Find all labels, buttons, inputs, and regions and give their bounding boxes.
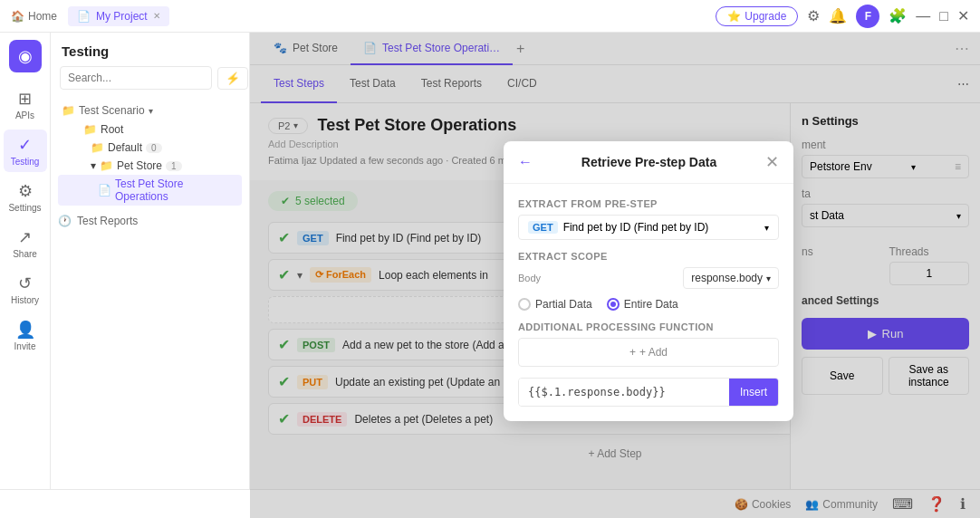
- search-input[interactable]: [60, 66, 212, 90]
- tree-node-root[interactable]: 📁 Root: [58, 120, 242, 139]
- modal-retrieve-prestep: ← Retrieve Pre-step Data ✕ Extract from …: [504, 141, 793, 421]
- history-icon: ↺: [18, 273, 32, 293]
- tree-section: 📁 Test Scenario ▾ 📁 Root 📁 Default 0 ▾ 📁…: [51, 97, 249, 209]
- chevron-icon: ▾: [91, 159, 96, 172]
- scope-path-text: response.body: [691, 272, 763, 284]
- folder-icon: 📁: [100, 159, 113, 172]
- left-sidebar: Testing ⚡ + 📁 Test Scenario ▾ 📁 Root 📁 D…: [51, 33, 250, 518]
- sidebar-title: Testing: [51, 33, 249, 66]
- main-layout: ◉ ⊞ APIs ✓ Testing ⚙ Settings ↗ Share ↺ …: [0, 33, 980, 518]
- upgrade-icon: ⭐: [727, 10, 741, 23]
- tree-header[interactable]: 📁 Test Scenario ▾: [58, 101, 242, 120]
- avatar-letter: F: [865, 10, 871, 23]
- share-label: Share: [13, 249, 37, 259]
- scope-path[interactable]: response.body ▾: [683, 267, 779, 289]
- node-badge: 1: [166, 161, 182, 171]
- sidebar-item-testing[interactable]: ✓ Testing: [4, 130, 47, 172]
- maximize-icon[interactable]: □: [939, 8, 948, 24]
- chevron-down-icon: ▾: [766, 273, 771, 283]
- folder-icon: 📁: [62, 104, 75, 117]
- project-icon: 📄: [77, 10, 91, 23]
- extract-from-select[interactable]: GET Find pet by ID (Find pet by ID) ▾: [518, 215, 779, 240]
- folder-icon: 📁: [91, 141, 104, 154]
- tree-node-default[interactable]: 📁 Default 0: [58, 139, 242, 157]
- scope-left: Body: [518, 273, 541, 283]
- modal-expression-input[interactable]: [519, 379, 722, 406]
- invite-label: Invite: [14, 341, 36, 351]
- modal-body: Extract from pre-step GET Find pet by ID…: [504, 184, 793, 421]
- function-area: + + Add: [518, 338, 779, 367]
- settings-sidebar-icon: ⚙: [18, 181, 33, 201]
- extract-from-label: Extract from pre-step: [518, 198, 779, 209]
- node-label: Pet Store: [117, 159, 162, 172]
- sidebar-item-invite[interactable]: 👤 Invite: [4, 314, 47, 357]
- folder-icon: 📁: [83, 123, 97, 136]
- radio-dot: [610, 302, 616, 307]
- modal-back-button[interactable]: ←: [518, 154, 533, 170]
- modal-close-button[interactable]: ✕: [765, 152, 779, 172]
- chevron-down-icon: ▾: [149, 106, 153, 116]
- node-label: Default: [108, 141, 142, 154]
- share-icon: ↗: [18, 227, 32, 247]
- apis-label: APIs: [15, 110, 34, 120]
- insert-label: Insert: [740, 386, 767, 398]
- history-label: History: [11, 295, 39, 305]
- app-logo: ◉: [9, 40, 42, 72]
- tree-node-test-pet-store[interactable]: 📄 Test Pet Store Operations: [58, 175, 242, 206]
- radio-circle-entire: [607, 298, 620, 311]
- add-function-button[interactable]: + + Add: [526, 346, 771, 359]
- scope-label: Extract Scope: [518, 251, 779, 262]
- radio-circle-partial: [518, 298, 531, 311]
- plus-icon: +: [629, 346, 636, 359]
- extract-value-text: Find pet by ID (Find pet by ID): [563, 221, 709, 234]
- radio-group: Partial Data Entire Data: [518, 298, 779, 311]
- node-label: Root: [101, 123, 123, 136]
- test-reports-label: Test Reports: [77, 215, 138, 227]
- close-icon[interactable]: ✕: [957, 7, 969, 24]
- upgrade-label: Upgrade: [745, 10, 786, 23]
- filter-button[interactable]: ⚡: [217, 67, 248, 90]
- clock-icon: 🕐: [58, 215, 72, 227]
- invite-icon: 👤: [15, 320, 35, 340]
- testing-label: Testing: [11, 157, 40, 167]
- entire-data-radio[interactable]: Entire Data: [607, 298, 678, 311]
- home-label: Home: [28, 10, 57, 23]
- settings-icon[interactable]: ⚙: [807, 7, 820, 24]
- partial-data-radio[interactable]: Partial Data: [518, 298, 592, 311]
- input-row: Insert: [518, 378, 779, 407]
- scenario-label: Test Scenario: [79, 104, 145, 117]
- file-icon: 📄: [98, 184, 111, 197]
- modal-header: ← Retrieve Pre-step Data ✕: [504, 141, 793, 184]
- top-bar-right: ⭐ Upgrade ⚙ 🔔 F 🧩 — □ ✕: [716, 5, 969, 28]
- top-bar-left: 🏠 Home 📄 My Project ✕: [11, 6, 169, 26]
- logo-icon: ◉: [18, 46, 33, 66]
- insert-button[interactable]: Insert: [729, 379, 778, 406]
- apis-icon: ⊞: [18, 89, 32, 109]
- tree-node-petstore[interactable]: ▾ 📁 Pet Store 1: [58, 157, 242, 175]
- sidebar-item-share[interactable]: ↗ Share: [4, 222, 47, 264]
- extract-select-inner: GET Find pet by ID (Find pet by ID): [528, 221, 708, 234]
- project-tab-label: My Project: [96, 10, 148, 23]
- home-icon: 🏠: [11, 10, 24, 23]
- sidebar-item-history[interactable]: ↺ History: [4, 268, 47, 311]
- project-tab[interactable]: 📄 My Project ✕: [68, 6, 169, 26]
- modal-overlay: ← Retrieve Pre-step Data ✕ Extract from …: [250, 33, 980, 518]
- puzzle-icon[interactable]: 🧩: [889, 7, 907, 24]
- minimize-icon[interactable]: —: [916, 8, 930, 24]
- avatar[interactable]: F: [856, 5, 879, 28]
- sidebar-item-settings[interactable]: ⚙ Settings: [4, 176, 47, 218]
- home-link[interactable]: 🏠 Home: [11, 10, 57, 23]
- function-label: Additional Processing Function: [518, 321, 779, 332]
- add-function-label: + Add: [639, 346, 668, 359]
- get-method-badge: GET: [528, 221, 558, 234]
- testing-icon: ✓: [18, 135, 32, 155]
- top-bar: 🏠 Home 📄 My Project ✕ ⭐ Upgrade ⚙ 🔔 F 🧩 …: [0, 0, 980, 33]
- entire-data-label: Entire Data: [624, 298, 678, 311]
- scope-type-label: Body: [518, 273, 541, 283]
- sidebar-item-apis[interactable]: ⊞ APIs: [4, 83, 47, 126]
- bell-icon[interactable]: 🔔: [829, 7, 847, 24]
- project-tab-close[interactable]: ✕: [153, 11, 160, 21]
- test-reports-link[interactable]: 🕐 Test Reports: [51, 209, 249, 233]
- node-badge: 0: [146, 143, 162, 153]
- upgrade-button[interactable]: ⭐ Upgrade: [716, 6, 798, 26]
